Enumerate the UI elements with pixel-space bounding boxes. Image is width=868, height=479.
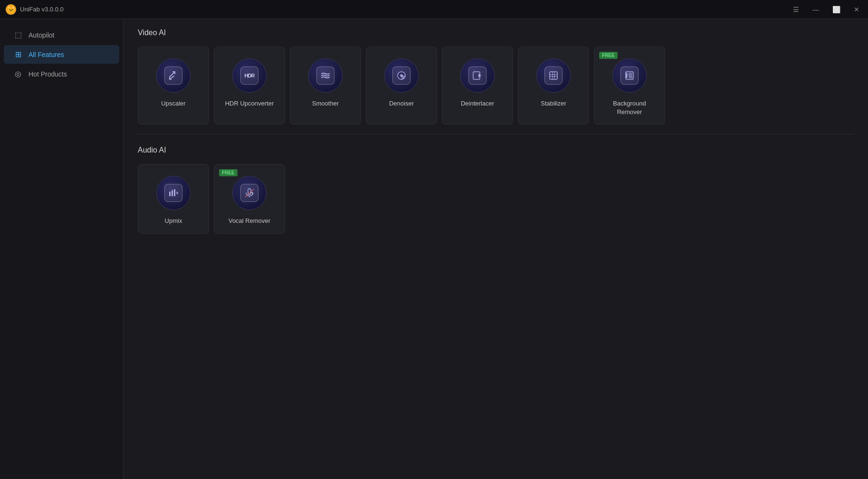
sidebar-label-hot-products: Hot Products [29,70,67,78]
section-divider [138,134,854,134]
app-title: UniFab v3.0.0.0 [20,6,64,13]
card-stabilizer[interactable]: Stabilizer [518,47,589,125]
card-background-remover[interactable]: FREE Background Remover [594,47,665,125]
denoiser-label: Denoiser [389,99,414,108]
card-deinterlacer[interactable]: Deinterlacer [442,47,513,125]
hdr-icon: HDR [240,67,258,85]
sidebar-label-autopilot: Autopilot [29,31,54,39]
upmix-label: Upmix [165,217,182,225]
vocal-remover-icon-wrap [232,176,267,210]
close-button[interactable]: ✕ [851,4,862,15]
deinterlacer-icon-wrap [460,58,495,93]
audio-ai-cards: Upmix FREE Vocal Remo [138,164,854,233]
background-remover-label: Background Remover [600,99,659,116]
card-vocal-remover[interactable]: FREE Vocal Remover [214,164,285,233]
sidebar-item-all-features[interactable]: ⊞ All Features [4,45,119,64]
upmix-icon [164,184,182,202]
svg-rect-14 [174,189,175,196]
vocal-remover-label: Vocal Remover [229,217,270,225]
background-remover-icon-wrap [612,58,647,93]
titlebar-left: 🐱 UniFab v3.0.0.0 [6,4,64,15]
smoother-icon-wrap [308,58,343,93]
sidebar: ⬚ Autopilot ⊞ All Features ◎ Hot Product… [0,19,124,479]
hot-products-icon: ◎ [13,69,23,78]
card-upmix[interactable]: Upmix [138,164,209,233]
sidebar-label-all-features: All Features [29,51,64,58]
video-ai-cards: Upscaler HDR HDR Upconverter [138,47,854,125]
card-smoother[interactable]: Smoother [290,47,361,125]
svg-rect-10 [629,73,632,78]
background-remover-icon [620,67,639,85]
card-upscaler[interactable]: Upscaler [138,47,209,125]
svg-point-1 [400,74,403,77]
upscaler-icon [164,67,182,85]
card-denoiser[interactable]: Denoiser [366,47,437,125]
titlebar: 🐱 UniFab v3.0.0.0 ☰ — ⬜ ✕ [0,0,868,19]
smoother-label: Smoother [312,99,339,108]
card-hdr-upconverter[interactable]: HDR HDR Upconverter [214,47,285,125]
app-body: ⬚ Autopilot ⊞ All Features ◎ Hot Product… [0,19,868,479]
denoiser-icon [392,67,410,85]
hdr-label: HDR Upconverter [225,99,274,108]
svg-rect-4 [550,72,557,79]
smoother-icon [316,67,334,85]
video-ai-title: Video AI [138,29,854,37]
deinterlacer-icon [468,67,486,85]
audio-ai-title: Audio AI [138,146,854,154]
background-remover-badge: FREE [599,52,618,59]
sidebar-item-autopilot[interactable]: ⬚ Autopilot [4,26,119,44]
svg-rect-13 [172,190,173,196]
stabilizer-icon-wrap [536,58,571,93]
stabilizer-icon [544,67,563,85]
menu-button[interactable]: ☰ [790,4,802,15]
deinterlacer-label: Deinterlacer [461,99,494,108]
upmix-icon-wrap [156,176,191,210]
vocal-remover-icon [240,184,258,202]
hdr-icon-wrap: HDR [232,58,267,93]
svg-rect-12 [169,192,171,196]
autopilot-icon: ⬚ [13,30,23,39]
all-features-icon: ⊞ [13,50,23,59]
denoiser-icon-wrap [384,58,419,93]
upscaler-icon-wrap [156,58,191,93]
minimize-button[interactable]: — [810,4,822,15]
maximize-button[interactable]: ⬜ [830,4,843,15]
titlebar-controls: ☰ — ⬜ ✕ [790,4,862,15]
stabilizer-label: Stabilizer [541,99,566,108]
app-icon: 🐱 [6,4,16,15]
vocal-remover-badge: FREE [219,169,238,176]
main-content: Video AI Upscaler HDR [124,19,868,479]
upscaler-label: Upscaler [161,99,185,108]
sidebar-item-hot-products[interactable]: ◎ Hot Products [4,65,119,83]
